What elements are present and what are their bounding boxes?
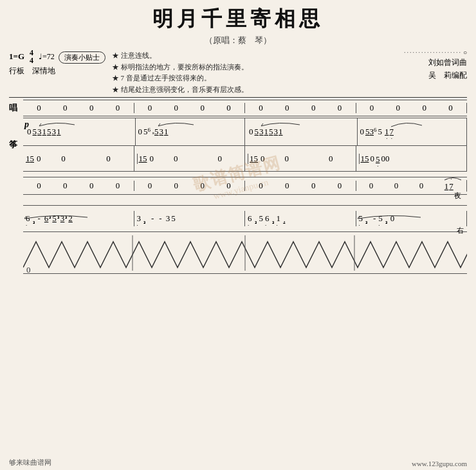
note: 5 (378, 127, 383, 137)
note: 0 (370, 103, 374, 113)
note: 0 (338, 181, 342, 191)
note: 0 (116, 181, 120, 191)
note: 0 (329, 154, 333, 164)
note: 0 (369, 181, 374, 191)
note: 1 (57, 127, 61, 137)
note: 1 (279, 127, 283, 137)
song-title: 明月千里寄相思 (9, 5, 467, 33)
note-2: ★ 标明指法的地方，要按所标的指法演奏。 (112, 62, 398, 73)
note: 5 (254, 154, 259, 164)
note: 0 (218, 154, 223, 164)
note: 7 (449, 181, 453, 191)
song-subtitle: （原唱：蔡 琴） (9, 35, 467, 46)
slur-mark (155, 120, 194, 129)
slur-mark (36, 120, 75, 127)
note: 5 . (376, 153, 380, 165)
note: 0 (106, 154, 111, 164)
note: 5 (365, 154, 369, 164)
empty-label (9, 205, 23, 274)
note-superscript: 6 (148, 127, 151, 133)
note: 0 (226, 103, 231, 113)
note: - (151, 213, 154, 224)
note: 0 (311, 103, 316, 113)
note: 0 (338, 103, 342, 113)
note: 5 (269, 127, 273, 137)
note: 0 (360, 127, 365, 137)
note: 0 (226, 181, 231, 191)
note: 3 (52, 127, 57, 137)
note: 5 ₃ · (378, 212, 388, 225)
note: 0 (148, 103, 152, 113)
svg-text:0: 0 (26, 265, 31, 274)
note: 0 (138, 127, 143, 137)
note: - (159, 213, 161, 224)
lyric: 夜 (454, 191, 461, 201)
note-4: ★ 结尾处注意强弱变化，音乐要有层次感。 (112, 84, 398, 96)
footer-right: www.123gupu.com (412, 460, 467, 467)
note: 3 (166, 213, 170, 224)
note: 0 (285, 154, 289, 164)
tempo: ♩=72 (39, 52, 55, 62)
note: 0 (259, 103, 263, 113)
tip-box[interactable]: 演奏小贴士 (59, 51, 105, 64)
note: 5 (47, 127, 51, 137)
note: 0 (394, 181, 399, 191)
slur-mark (258, 120, 300, 127)
note: 0 (116, 103, 120, 113)
note: 5 (33, 127, 37, 137)
note: 3 (274, 127, 279, 137)
note-1: ★ 注意连线。 (112, 50, 398, 62)
note: 0 (63, 103, 68, 113)
note: 0 (371, 154, 375, 164)
note: 0 (422, 103, 426, 113)
dynamic-mark: p (24, 120, 29, 130)
note: 3 ₃ · (137, 212, 147, 225)
note: 5 (171, 213, 176, 224)
note: 0 (385, 154, 390, 164)
footer-left: 够来味曲谱网 (9, 458, 51, 467)
note: 0 (285, 181, 289, 191)
note: 0 (311, 181, 316, 191)
note: 0 (200, 103, 205, 113)
style-label: 行板 深情地 (9, 66, 105, 77)
performance-notes: ★ 注意连线。 ★ 标明指法的地方，要按所标的指法演奏。 ★ 7 音是通过左手按… (105, 50, 404, 95)
note-3: ★ 7 音是通过左手按弦得来的。 (112, 73, 398, 84)
note: 0 (174, 181, 179, 191)
note: 0 (61, 154, 66, 164)
note: 0 (448, 103, 453, 113)
note: 0 (200, 181, 205, 191)
note: 0 (419, 181, 424, 191)
guzheng-label: 筝 (9, 118, 23, 172)
note: 7. (390, 127, 394, 137)
note: 1 ₄ · (277, 212, 286, 225)
note: 0 (259, 181, 263, 191)
note: 5 (259, 213, 264, 224)
note: 5 ₃ · (359, 212, 369, 225)
note: 5 (143, 154, 147, 164)
note: 0 (396, 103, 401, 113)
note: 5 (30, 154, 35, 164)
note: 0 (63, 181, 68, 191)
note: 3 (259, 127, 264, 137)
note: 6 (374, 127, 377, 133)
bass-wave: 0 0 (23, 232, 467, 274)
slur-mark (390, 119, 422, 128)
note: 1 (264, 127, 269, 137)
note: 0 (174, 103, 179, 113)
note: 0 (37, 103, 41, 113)
key-info: 1=G (9, 51, 24, 62)
note: 0 (285, 103, 289, 113)
note: 3 (37, 127, 42, 137)
note: 5 (255, 127, 259, 137)
note: 6 ₃ · (265, 212, 275, 225)
note: 6 ₃ · (248, 212, 257, 225)
composer-info: 刘如曾词曲 吴 莉编配 (428, 56, 467, 82)
note: 0 (89, 181, 94, 191)
note: 0 (89, 103, 94, 113)
note: 0 (148, 181, 152, 191)
note: 1 (444, 181, 449, 191)
note: 6 ₃ · (26, 212, 35, 225)
note: 0 (249, 127, 253, 137)
time-signature: 4 4 (30, 49, 33, 64)
note: 1. (385, 127, 389, 137)
